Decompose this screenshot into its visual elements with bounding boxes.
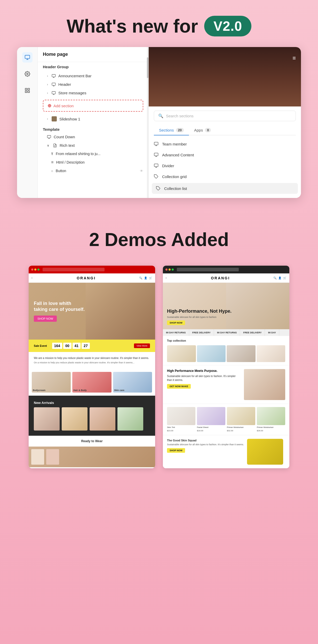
sidebar-icon-layers[interactable] bbox=[22, 52, 33, 63]
demos-section: 2 Demos Added bbox=[0, 213, 318, 260]
tree-item-slideshow[interactable]: › Slideshow 1 bbox=[38, 114, 148, 124]
demo1-prod-2 bbox=[62, 407, 88, 431]
svg-rect-8 bbox=[52, 91, 55, 94]
demo1-ready: Ready to Wear bbox=[29, 436, 155, 447]
tree-item-announcement[interactable]: › Announcement Bar bbox=[38, 72, 148, 80]
demo2-delivery-bar: 90 DAY RETURNS FREE DELIVERY 90 DAY RETU… bbox=[163, 329, 289, 336]
demo-card-1: ≡ ORANGI 🔍 👤 🛒 Fall in love whith taking… bbox=[29, 266, 155, 468]
demo2-squad-img bbox=[247, 439, 283, 465]
text-icon: T bbox=[51, 152, 53, 156]
right-panel: ≡ 🔍 Search sections Sections 20 Apps 0 bbox=[149, 47, 301, 198]
section-item-team-member[interactable]: Team member bbox=[149, 139, 301, 149]
left-panel: Home page Header Group › Announcement Ba… bbox=[38, 47, 149, 198]
sidebar-icon-settings[interactable] bbox=[22, 69, 33, 79]
template-label: Template bbox=[38, 124, 148, 133]
page-title: Home page bbox=[38, 47, 148, 62]
eye-off-icon: 👁 bbox=[140, 169, 143, 173]
demo2-top-collection: Top collection bbox=[163, 336, 289, 345]
chevron-down-icon: ∨ bbox=[47, 144, 49, 147]
sidebar-icons bbox=[17, 47, 38, 198]
view-more-btn[interactable]: View More bbox=[134, 343, 150, 348]
svg-rect-7 bbox=[52, 83, 55, 85]
demo1-prod-3 bbox=[90, 407, 115, 431]
demo2-product-3 bbox=[227, 345, 256, 362]
rich-text-label: Rich text bbox=[60, 143, 75, 148]
sub-item-html[interactable]: ≡ Html / Description bbox=[38, 158, 148, 167]
search-placeholder: Search sections bbox=[166, 114, 194, 118]
demo2-feature-btn: GET NOW MAKE bbox=[167, 384, 191, 389]
header-title: What's new for V2.0 bbox=[5, 16, 313, 37]
sub-item-from-relaxed[interactable]: T From relaxed shirting to ju... bbox=[38, 150, 148, 158]
demo1-collection-grid: Bodycream Hair & Body Skin care bbox=[29, 369, 155, 396]
demo2-nav: ≡ ORANGI 🔍 👤 🛒 bbox=[163, 273, 289, 283]
section-icon bbox=[52, 74, 56, 78]
demo1-nav: ≡ ORANGI 🔍 👤 🛒 bbox=[29, 273, 155, 283]
demo2-squad: The Good Skin Squad Sustainable skincare… bbox=[163, 435, 289, 468]
demo2-prod-card-2: Facial Sheet $18.00 bbox=[197, 407, 225, 432]
tree-item-rich-text[interactable]: ∨ Rich text bbox=[38, 141, 148, 150]
section-item-divider[interactable]: Divider bbox=[149, 160, 301, 171]
apps-badge: 0 bbox=[205, 128, 211, 132]
svg-rect-4 bbox=[25, 91, 27, 93]
chevron-right-icon: › bbox=[47, 117, 48, 121]
section-icon bbox=[52, 91, 56, 95]
demo2-prod-card-1: Skin Tint $23.00 bbox=[167, 407, 195, 432]
demo2-product-2 bbox=[197, 345, 226, 362]
demo1-prod-1 bbox=[34, 407, 60, 431]
chevron-right-icon: › bbox=[47, 74, 48, 78]
demos-grid: ≡ ORANGI 🔍 👤 🛒 Fall in love whith taking… bbox=[0, 260, 318, 484]
lines-icon: ≡ bbox=[51, 160, 53, 165]
demo1-coll-item-3: Skin care bbox=[113, 372, 152, 393]
sidebar-icon-grid[interactable] bbox=[22, 85, 33, 96]
tab-apps[interactable]: Apps 0 bbox=[189, 125, 216, 135]
ui-screenshot: Home page Header Group › Announcement Ba… bbox=[17, 47, 301, 198]
demo2-hero: High-Performance, Not Hype. Sustainable … bbox=[163, 283, 289, 329]
demo1-dark-section: New Arrivals bbox=[29, 396, 155, 436]
announcement-bar-label: Announcement Bar bbox=[58, 74, 91, 78]
store-messages-label: Store messages bbox=[58, 91, 86, 95]
chevron-right-icon: › bbox=[47, 91, 48, 95]
slideshow-thumbnail bbox=[52, 116, 57, 121]
tree-item-header[interactable]: › Header bbox=[38, 80, 148, 89]
demo1-bottom-img-2 bbox=[46, 449, 59, 465]
demo2-feature-title: High Performance Meets Purpose. bbox=[167, 369, 241, 373]
section-item-advanced-content[interactable]: Advanced Content bbox=[149, 149, 301, 160]
demo2-products-grid: Skin Tint $23.00 Facial Sheet $18.00 Pri… bbox=[163, 404, 289, 435]
search-bar[interactable]: 🔍 Search sections bbox=[154, 111, 296, 121]
demo1-hero-btn: SHOP NOW bbox=[34, 316, 57, 322]
demo2-squad-btn: SHOP NOW bbox=[167, 448, 185, 453]
tree-item-store-messages[interactable]: › Store messages bbox=[38, 89, 148, 97]
svg-rect-14 bbox=[154, 164, 158, 167]
section-item-collection-list[interactable]: Collection list bbox=[152, 183, 298, 194]
demo2-hero-text: High-Performance, Not Hype. bbox=[167, 309, 232, 314]
tree-item-countdown[interactable]: Count Down bbox=[38, 133, 148, 141]
header-section: What's new for V2.0 bbox=[0, 0, 318, 47]
demo1-coll-item-2: Hair & Body bbox=[72, 372, 111, 393]
tab-sections[interactable]: Sections 20 bbox=[154, 125, 189, 135]
demo2-top-bar bbox=[163, 266, 289, 273]
add-section-button[interactable]: ⊕ Add section bbox=[43, 100, 143, 112]
circle-icon: ○ bbox=[51, 169, 53, 173]
sub-item-button[interactable]: ○ Button 👁 bbox=[38, 167, 148, 175]
sections-badge: 20 bbox=[176, 128, 184, 132]
tabs-row: Sections 20 Apps 0 bbox=[154, 125, 296, 135]
demo2-feature: High Performance Meets Purpose. Sustaina… bbox=[163, 365, 289, 404]
demo1-bottom-img-1 bbox=[31, 449, 44, 465]
section-item-collection-grid[interactable]: Collection grid bbox=[149, 171, 301, 182]
scroll-thumb bbox=[147, 57, 148, 78]
demo1-coll-item-1: Bodycream bbox=[32, 372, 71, 393]
section-icon bbox=[47, 135, 51, 139]
preview-image: ≡ bbox=[149, 47, 301, 106]
version-badge: V2.0 bbox=[204, 16, 251, 36]
search-panel: 🔍 Search sections Sections 20 Apps 0 bbox=[149, 106, 301, 135]
section-icon bbox=[52, 82, 56, 87]
header-label: Header bbox=[58, 82, 71, 87]
chevron-right-icon: › bbox=[47, 83, 48, 86]
scroll-bar[interactable] bbox=[147, 47, 148, 198]
tag-icon bbox=[154, 174, 158, 179]
svg-rect-6 bbox=[52, 74, 55, 77]
demo1-hero: Fall in love whith taking care of yourse… bbox=[29, 283, 155, 340]
demos-title: 2 Demos Added bbox=[5, 229, 313, 250]
search-icon: 🔍 bbox=[158, 113, 163, 118]
demo2-product-4 bbox=[257, 345, 285, 362]
